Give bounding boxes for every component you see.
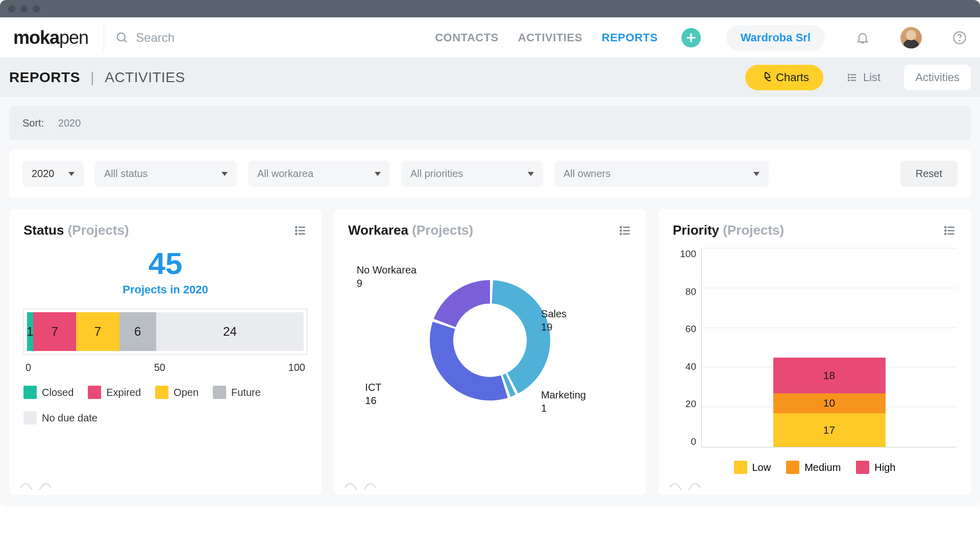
legend-item: Open — [155, 386, 199, 399]
search-placeholder: Search — [136, 31, 175, 45]
nav-reports[interactable]: REPORTS — [602, 31, 658, 44]
workarea-donut-chart: Sales19Marketing1ICT16No Workarea9 — [348, 248, 632, 432]
pie-chart-icon — [760, 72, 771, 83]
legend-item: No due date — [23, 411, 97, 424]
filter-status[interactable]: Alll status — [95, 161, 237, 187]
list-icon — [847, 72, 858, 83]
page-subheader: REPORTS | ACTIVITIES Charts List Activit… — [0, 58, 980, 97]
filter-year[interactable]: 2020 — [22, 161, 84, 187]
svg-point-21 — [620, 227, 621, 228]
status-seg-future: 6 — [119, 312, 156, 351]
bell-icon — [855, 31, 870, 45]
sort-label: Sort: — [22, 117, 44, 129]
status-caption: Projects in 2020 — [23, 283, 307, 296]
sort-value[interactable]: 2020 — [58, 117, 81, 129]
status-legend: ClosedExpiredOpenFutureNo due date — [23, 386, 307, 424]
list-icon[interactable] — [943, 224, 957, 237]
search-icon — [115, 31, 129, 44]
svg-point-23 — [620, 233, 621, 234]
breadcrumb-root: REPORTS — [9, 69, 80, 85]
breadcrumb-separator: | — [90, 69, 94, 85]
svg-point-11 — [848, 80, 849, 81]
chevron-down-icon — [375, 172, 381, 176]
breadcrumb: REPORTS | ACTIVITIES — [9, 69, 185, 86]
breadcrumb-current: ACTIVITIES — [105, 69, 185, 85]
donut-label: Sales19 — [541, 307, 567, 334]
tab-activities[interactable]: Activities — [904, 65, 971, 90]
priority-seg-low: 17 — [773, 413, 886, 447]
priority-seg-medium: 10 — [773, 393, 886, 413]
status-seg-open: 7 — [76, 312, 119, 351]
wave-icon — [670, 478, 700, 490]
svg-point-5 — [959, 40, 960, 41]
wave-icon — [20, 478, 51, 490]
wave-icon — [345, 478, 376, 490]
status-seg-closed: 1 — [27, 312, 33, 351]
help-icon — [952, 31, 967, 45]
legend-item: High — [856, 461, 895, 474]
svg-point-16 — [296, 230, 297, 231]
window-close-dot[interactable] — [8, 5, 15, 12]
tab-list[interactable]: List — [832, 65, 895, 90]
legend-item: Medium — [786, 461, 841, 474]
tab-charts[interactable]: Charts — [745, 65, 823, 90]
card-priority: Priority (Projects) 100806040200 171018 … — [658, 209, 971, 495]
status-bar-chart: 177624 — [23, 309, 307, 355]
card-workarea-title: Workarea (Projects) — [348, 222, 473, 238]
status-axis: 050100 — [23, 362, 307, 373]
list-icon[interactable] — [294, 224, 307, 237]
svg-point-9 — [848, 74, 849, 76]
svg-point-22 — [620, 230, 621, 231]
legend-item: Expired — [88, 386, 141, 399]
top-bar: mokapen Search CONTACTS ACTIVITIES REPOR… — [0, 17, 980, 58]
nav-contacts[interactable]: CONTACTS — [435, 31, 499, 44]
window-max-dot[interactable] — [33, 5, 40, 12]
filter-priorities[interactable]: All priorities — [401, 161, 543, 187]
donut-label: No Workarea9 — [357, 263, 416, 290]
legend-item: Low — [734, 461, 771, 474]
divider — [104, 24, 104, 51]
status-total: 45 — [23, 248, 307, 279]
svg-point-27 — [945, 227, 946, 228]
svg-point-29 — [945, 233, 946, 234]
card-status-title: Status (Projects) — [23, 222, 129, 238]
list-icon[interactable] — [619, 224, 632, 237]
chevron-down-icon — [528, 172, 534, 176]
filter-workarea[interactable]: All workarea — [248, 161, 390, 187]
priority-bar-chart: 100806040200 171018 — [673, 248, 957, 447]
app-logo: mokapen — [13, 27, 88, 48]
help-button[interactable] — [952, 31, 967, 45]
nav-activities[interactable]: ACTIVITIES — [518, 31, 582, 44]
window-min-dot[interactable] — [20, 5, 28, 12]
add-button[interactable] — [681, 28, 701, 47]
priority-legend: LowMediumHigh — [673, 461, 957, 474]
reset-button[interactable]: Reset — [900, 161, 958, 187]
search-input[interactable]: Search — [115, 31, 175, 45]
svg-point-28 — [945, 230, 946, 231]
svg-point-0 — [117, 33, 125, 40]
window-titlebar — [0, 0, 980, 17]
svg-point-15 — [296, 227, 297, 228]
donut-label: ICT16 — [365, 381, 381, 407]
status-seg-expired: 7 — [33, 312, 76, 351]
legend-item: Future — [213, 386, 261, 399]
chevron-down-icon — [68, 172, 75, 176]
filter-owners[interactable]: All owners — [554, 161, 769, 187]
priority-seg-high: 18 — [773, 358, 886, 393]
org-selector[interactable]: Wardroba Srl — [726, 25, 825, 51]
legend-item: Closed — [23, 386, 74, 399]
donut-label: Marketing1 — [541, 388, 586, 415]
user-avatar[interactable] — [900, 27, 922, 48]
card-priority-title: Priority (Projects) — [673, 222, 784, 238]
filter-bar: 2020 Alll status All workarea All priori… — [9, 149, 971, 198]
sort-bar: Sort: 2020 — [9, 106, 971, 140]
status-seg-no-due-date: 24 — [156, 312, 304, 351]
card-workarea: Workarea (Projects) Sales19Marketing1ICT… — [334, 209, 646, 495]
notifications-button[interactable] — [855, 31, 870, 45]
svg-point-10 — [848, 77, 849, 78]
svg-line-1 — [124, 39, 127, 42]
svg-point-17 — [296, 233, 297, 234]
chevron-down-icon — [753, 172, 760, 176]
plus-icon — [685, 32, 697, 43]
card-status: Status (Projects) 45 Projects in 2020 17… — [9, 209, 322, 495]
